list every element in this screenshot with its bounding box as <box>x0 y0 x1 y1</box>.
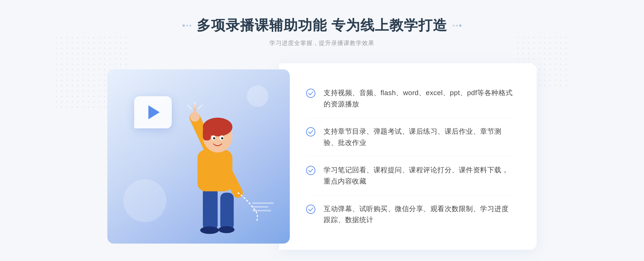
svg-point-12 <box>213 137 215 139</box>
title-dots-right <box>453 24 462 27</box>
check-icon-1 <box>306 88 316 98</box>
feature-text-4: 互动弹幕、试听购买、微信分享、观看次数限制、学习进度跟踪、数据统计 <box>324 203 515 226</box>
dot-1 <box>182 24 185 27</box>
subtitle: 学习进度全掌握，提升录播课教学效果 <box>182 39 462 47</box>
svg-point-20 <box>306 128 315 136</box>
svg-point-21 <box>306 166 315 175</box>
dot-2 <box>186 25 188 27</box>
dot-5 <box>456 25 458 27</box>
feature-item-2: 支持章节目录、弹题考试、课后练习、课后作业、章节测验、批改作业 <box>306 118 515 156</box>
dot-4 <box>453 25 455 27</box>
svg-rect-9 <box>203 127 211 140</box>
features-panel: 支持视频、音频、flash、word、excel、ppt、pdf等各种格式的资源… <box>279 63 537 250</box>
svg-line-16 <box>187 105 192 109</box>
deco-lines <box>252 202 274 211</box>
svg-point-19 <box>306 89 315 98</box>
svg-line-18 <box>198 105 202 109</box>
title-row: 多项录播课辅助功能 专为线上教学打造 <box>182 16 462 35</box>
content-area: » <box>107 63 537 250</box>
feature-text-1: 支持视频、音频、flash、word、excel、ppt、pdf等各种格式的资源… <box>324 87 515 110</box>
feature-item-3: 学习笔记回看、课程提问、课程评论打分、课件资料下载，重点内容收藏 <box>306 156 515 195</box>
main-title: 多项录播课辅助功能 专为线上教学打造 <box>197 16 447 35</box>
svg-rect-0 <box>203 187 218 230</box>
svg-point-14 <box>190 112 200 122</box>
deco-line-2 <box>252 206 268 208</box>
deco-circle-large <box>123 179 166 222</box>
feature-text-3: 学习笔记回看、课程提问、课程评论打分、课件资料下载，重点内容收藏 <box>324 165 515 187</box>
check-icon-2 <box>306 127 316 137</box>
dot-3 <box>189 25 191 27</box>
page-wrapper: 多项录播课辅助功能 专为线上教学打造 学习进度全掌握，提升录播课教学效果 » <box>0 0 644 261</box>
svg-point-2 <box>200 226 219 234</box>
play-bubble <box>134 96 172 128</box>
illustration-card <box>107 69 290 244</box>
feature-item-1: 支持视频、音频、flash、word、excel、ppt、pdf等各种格式的资源… <box>306 79 515 118</box>
illustration-inner <box>107 69 290 244</box>
person-figure <box>168 96 270 244</box>
svg-rect-1 <box>220 193 234 230</box>
feature-text-2: 支持章节目录、弹题考试、课后练习、课后作业、章节测验、批改作业 <box>324 126 515 148</box>
svg-point-13 <box>221 137 223 139</box>
title-dots-left <box>182 24 191 27</box>
deco-line-1 <box>252 202 274 204</box>
deco-line-3 <box>252 210 271 211</box>
check-icon-3 <box>306 166 316 175</box>
svg-point-22 <box>306 205 315 214</box>
check-icon-4 <box>306 204 316 214</box>
play-icon <box>148 105 160 119</box>
dot-6 <box>459 24 462 27</box>
feature-item-4: 互动弹幕、试听购买、微信分享、观看次数限制、学习进度跟踪、数据统计 <box>306 195 515 234</box>
svg-point-3 <box>218 226 235 233</box>
header-section: 多项录播课辅助功能 专为线上教学打造 学习进度全掌握，提升录播课教学效果 <box>182 16 462 47</box>
